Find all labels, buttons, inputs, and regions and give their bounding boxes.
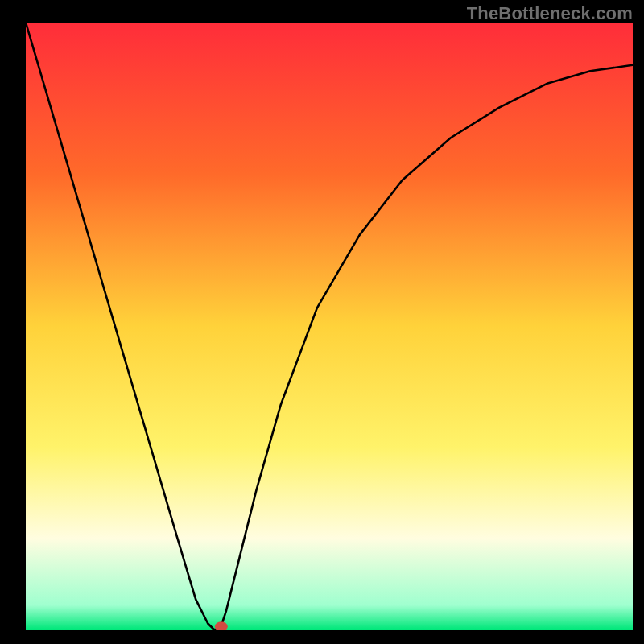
gradient-background	[26, 23, 633, 630]
watermark-text: TheBottleneck.com	[467, 3, 633, 24]
chart-frame: TheBottleneck.com	[0, 0, 644, 644]
optimal-point-marker	[215, 621, 228, 631]
bottleneck-chart	[0, 0, 644, 644]
